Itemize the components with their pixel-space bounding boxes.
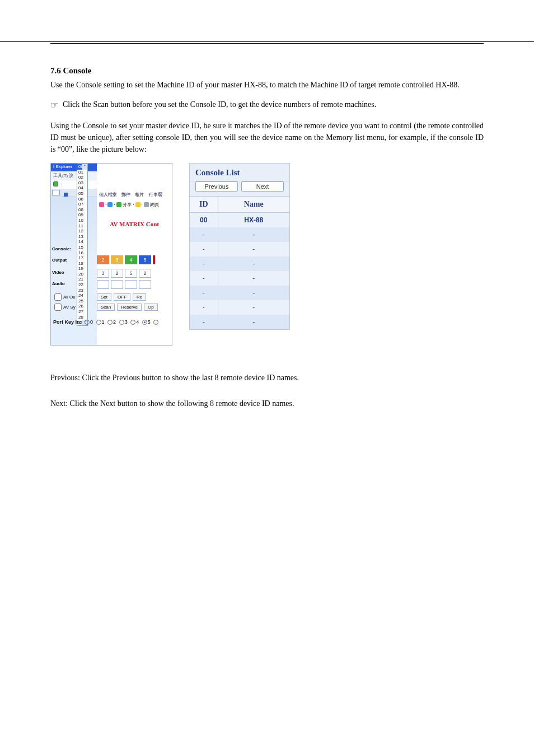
dropdown-item[interactable]: 25 xyxy=(77,298,87,304)
set-button[interactable]: Set xyxy=(97,293,111,301)
dropdown-item[interactable]: 10 xyxy=(77,218,87,223)
table-cell: - xyxy=(218,315,289,329)
magnifier-icon[interactable] xyxy=(99,202,104,207)
audio-input[interactable] xyxy=(125,280,137,289)
video-input[interactable]: 2 xyxy=(111,269,123,278)
dropdown-item[interactable]: 05 xyxy=(77,191,87,197)
dropdown-item[interactable]: 03 xyxy=(77,180,87,186)
go-arrow-icon[interactable] xyxy=(64,193,68,197)
table-cell: 00 xyxy=(190,213,218,228)
audio-input[interactable] xyxy=(97,280,109,289)
console-id-dropdown[interactable]: ˆ 00 01 02 03 04 05 06 07 08 09 10 11 12… xyxy=(77,164,88,326)
name-header: Name xyxy=(218,197,289,213)
section-p1: Use the Console setting to set the Machi… xyxy=(50,79,484,91)
web-label: 網頁 xyxy=(150,202,159,207)
address-combo[interactable] xyxy=(52,190,60,195)
av-sync-checkbox[interactable] xyxy=(54,304,62,311)
port-num: 2 xyxy=(113,319,116,325)
video-input[interactable]: 2 xyxy=(139,269,151,278)
screenshot-left: t Explorer 工具(T) 說 · ˆ 00 01 02 03 04 05… xyxy=(50,163,172,346)
previous-button[interactable]: Previous xyxy=(195,181,238,192)
page-icon[interactable] xyxy=(144,202,149,207)
audio-input[interactable] xyxy=(111,280,123,289)
dropdown-item[interactable]: 01 xyxy=(77,170,87,175)
port-radio[interactable] xyxy=(96,320,101,325)
dropdown-item[interactable]: 07 xyxy=(77,202,87,207)
dropdown-item[interactable]: 20 xyxy=(77,272,87,277)
op-button[interactable]: Op xyxy=(144,304,158,311)
video-label: Video xyxy=(52,270,64,275)
port-num: 5 xyxy=(148,319,151,325)
dropdown-item[interactable]: 18 xyxy=(77,261,87,267)
section-title: 7.6 Console xyxy=(50,66,484,76)
output-box[interactable]: 5 xyxy=(139,255,151,264)
scroll-up-icon[interactable]: ˆ xyxy=(82,164,87,170)
iconbar: · · 分享 · · 網頁 xyxy=(97,201,172,208)
dropdown-item[interactable]: 21 xyxy=(77,277,87,282)
table-cell: - xyxy=(218,286,289,300)
table-cell: - xyxy=(190,227,218,242)
breadcrumb: 個人檔案 郵件 相片 行事曆 xyxy=(97,192,172,198)
all-output-label: All Ou xyxy=(63,295,76,300)
breadcrumb-item[interactable]: 相片 xyxy=(135,192,144,197)
dropdown-item[interactable]: 15 xyxy=(77,245,87,250)
port-num: 1 xyxy=(102,319,105,325)
go-icon[interactable] xyxy=(53,181,58,186)
dropdown-item[interactable]: 11 xyxy=(77,223,87,229)
dropdown-item[interactable]: 17 xyxy=(77,255,87,261)
dropdown-item[interactable]: 12 xyxy=(77,228,87,234)
dropdown-item[interactable]: 13 xyxy=(77,234,87,240)
output-box[interactable]: 2 xyxy=(97,255,109,264)
dropdown-item[interactable]: 02 xyxy=(77,175,87,180)
re-button[interactable]: Re xyxy=(133,293,146,301)
dropdown-item[interactable]: 23 xyxy=(77,288,87,293)
table-cell: - xyxy=(190,286,218,300)
port-radio[interactable] xyxy=(142,320,147,325)
dropdown-item[interactable]: 19 xyxy=(77,266,87,272)
dropdown-item[interactable]: 06 xyxy=(77,197,87,202)
port-key-in: Port Key In: 0 1 2 3 4 5 xyxy=(53,319,159,325)
table-cell: - xyxy=(218,271,289,286)
console-label: Console: xyxy=(52,246,71,251)
video-input[interactable]: 3 xyxy=(97,269,109,278)
dropdown-item[interactable]: 16 xyxy=(77,250,87,256)
off-button[interactable]: OFF xyxy=(114,293,130,301)
output-box[interactable]: 3 xyxy=(111,255,123,264)
reserve-button[interactable]: Reserve xyxy=(117,304,142,311)
dropdown-item[interactable]: 08 xyxy=(77,207,87,213)
table-cell: - xyxy=(190,300,218,315)
dropdown-item[interactable]: 26 xyxy=(77,304,87,309)
dropdown-item[interactable]: 24 xyxy=(77,293,87,298)
next-button[interactable]: Next xyxy=(241,181,284,192)
note-text: Click the Scan button before you set the… xyxy=(63,99,376,112)
port-num: 0 xyxy=(90,319,93,325)
dropdown-item[interactable]: 09 xyxy=(77,212,87,218)
previous-desc: Previous: Click the Previous button to s… xyxy=(50,374,484,382)
breadcrumb-item[interactable]: 個人檔案 xyxy=(99,192,117,197)
port-radio[interactable] xyxy=(130,320,135,325)
av-sync-label: AV Sy xyxy=(63,305,76,310)
star-icon[interactable] xyxy=(135,202,140,207)
port-radio[interactable] xyxy=(153,320,158,325)
content-heading: AV MATRIX Cont xyxy=(97,221,172,227)
dropdown-item[interactable]: 27 xyxy=(77,309,87,315)
output-box[interactable]: 4 xyxy=(125,255,137,264)
p2-quote: 00 xyxy=(61,145,69,153)
plus-icon[interactable] xyxy=(107,202,113,207)
video-input[interactable]: 5 xyxy=(125,269,137,278)
breadcrumb-item[interactable]: 郵件 xyxy=(121,192,130,197)
audio-input[interactable] xyxy=(139,280,151,289)
scan-button[interactable]: Scan xyxy=(97,304,115,311)
share-icon[interactable] xyxy=(116,202,121,207)
port-radio[interactable] xyxy=(119,320,124,325)
port-radio[interactable] xyxy=(107,320,113,325)
all-output-checkbox[interactable] xyxy=(54,293,62,301)
table-cell: - xyxy=(218,300,289,315)
port-radio[interactable] xyxy=(85,320,90,325)
dropdown-item[interactable]: 22 xyxy=(77,282,87,288)
dropdown-item[interactable]: 04 xyxy=(77,185,87,191)
dropdown-item[interactable]: 14 xyxy=(77,239,87,245)
breadcrumb-item[interactable]: 行事曆 xyxy=(149,192,162,197)
output-label: Output xyxy=(52,258,67,263)
console-list-panel: Console List Previous Next ID Name 00HX-… xyxy=(189,163,290,330)
